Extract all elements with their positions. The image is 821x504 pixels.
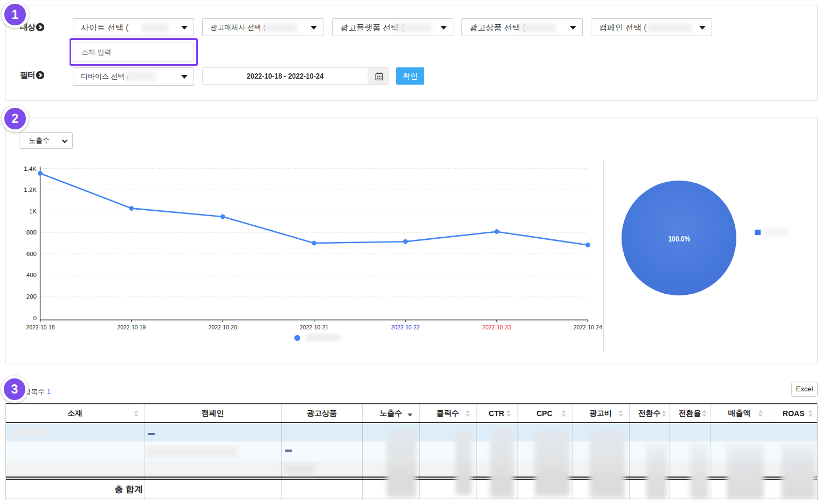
svg-text:2022-10-19: 2022-10-19 (117, 324, 146, 330)
svg-text:1.4K: 1.4K (24, 165, 37, 172)
svg-text:2022-10-21: 2022-10-21 (300, 324, 328, 330)
svg-text:600: 600 (26, 251, 37, 257)
svg-text:2022-10-24: 2022-10-24 (574, 324, 602, 330)
svg-text:800: 800 (26, 229, 37, 236)
svg-text:1.2K: 1.2K (24, 187, 37, 193)
svg-text:2022-10-23: 2022-10-23 (482, 324, 511, 330)
svg-text:1K: 1K (29, 208, 37, 215)
svg-text:0: 0 (33, 315, 37, 321)
svg-text:2022-10-22: 2022-10-22 (391, 324, 420, 330)
svg-text:2022-10-20: 2022-10-20 (209, 324, 237, 330)
svg-text:200: 200 (26, 293, 37, 300)
svg-text:2022-10-18: 2022-10-18 (26, 324, 55, 330)
svg-text:400: 400 (26, 272, 37, 278)
